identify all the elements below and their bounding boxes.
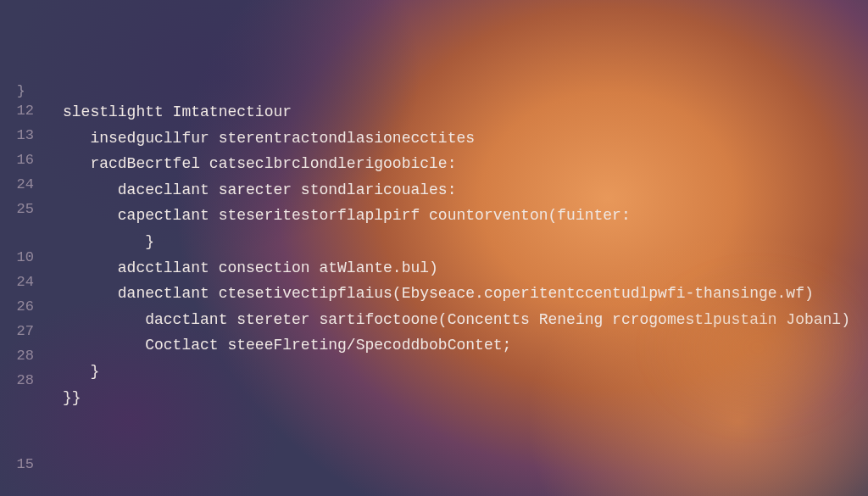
code-line: racdBecrtfel catseclbrclondlerigoobicle: [63, 151, 868, 177]
code-line: Coctlact steeeFlreting/SpecoddbobContet; [63, 332, 868, 359]
line-number: 24 [0, 270, 39, 295]
code-editor: 1213162425 102426272828 slestlightt Imta… [0, 0, 868, 410]
line-number: 24 [0, 173, 39, 198]
code-content: slestlightt Imtatnectiour insedgucllfur … [39, 99, 868, 410]
code-line: capectlant steseritestorflaplpirf counto… [63, 203, 868, 229]
line-number-gutter: 1213162425 102426272828 [0, 99, 39, 410]
code-line: adcctllant consection atWlante.bul) [63, 255, 868, 281]
line-number: 13 [0, 124, 39, 148]
code-line: danectlant ctesetivectipflaius(Ebyseace.… [63, 281, 868, 307]
code-line: } [63, 359, 868, 385]
code-line: dacecllant sarecter stondlaricouales: [63, 177, 868, 203]
line-number: 16 [0, 148, 39, 173]
code-line: slestlightt Imtatnectiour [63, 99, 868, 125]
line-number: 25 [0, 198, 39, 222]
line-number: 10 [0, 246, 39, 270]
line-number [0, 221, 39, 246]
line-number: 28 [0, 369, 39, 393]
line-number: 28 [0, 344, 39, 369]
code-line: dacctlant stereter sartifoctoone(Concent… [63, 307, 868, 333]
line-number: 27 [0, 320, 39, 344]
line-number: 12 [0, 99, 39, 124]
code-line: insedgucllfur sterentractondlasionecctit… [63, 125, 868, 152]
line-number: 26 [0, 295, 39, 320]
bottom-line-number: 15 [0, 453, 39, 477]
code-line: }} [63, 385, 868, 411]
code-line: } [63, 229, 868, 255]
